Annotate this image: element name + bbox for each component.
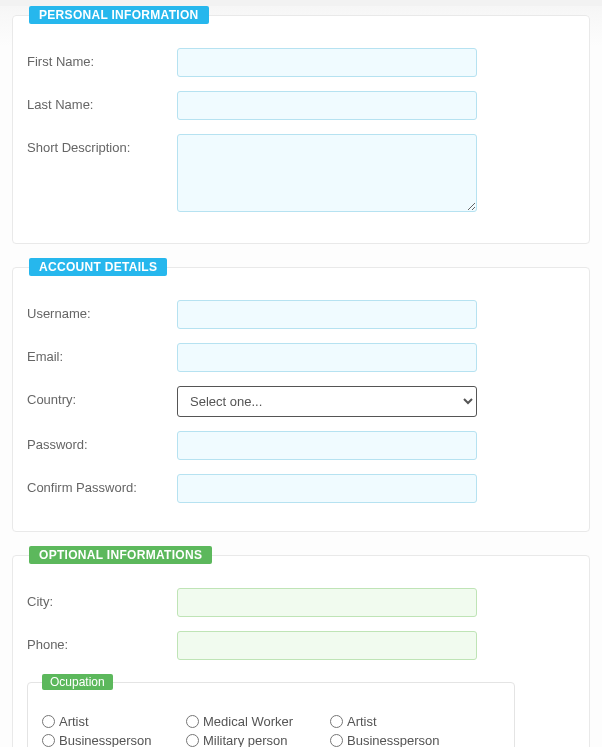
short-desc-textarea[interactable] bbox=[177, 134, 477, 212]
label-username: Username: bbox=[27, 300, 177, 321]
occupation-radio[interactable] bbox=[186, 715, 199, 728]
city-input[interactable] bbox=[177, 588, 477, 617]
occupation-group: Ocupation Artist Businessperson Factory … bbox=[27, 674, 515, 747]
occupation-radio[interactable] bbox=[330, 734, 343, 747]
label-password: Password: bbox=[27, 431, 177, 452]
username-input[interactable] bbox=[177, 300, 477, 329]
occupation-option[interactable]: Businessperson bbox=[330, 731, 500, 747]
occupation-radio[interactable] bbox=[42, 734, 55, 747]
row-city: City: bbox=[27, 588, 575, 617]
phone-input[interactable] bbox=[177, 631, 477, 660]
label-phone: Phone: bbox=[27, 631, 177, 652]
row-phone: Phone: bbox=[27, 631, 575, 660]
occupation-option[interactable]: Military person bbox=[186, 731, 314, 747]
occupation-col-2: Medical Worker Military person Political… bbox=[186, 712, 314, 747]
occupation-radio[interactable] bbox=[42, 715, 55, 728]
label-email: Email: bbox=[27, 343, 177, 364]
confirm-password-input[interactable] bbox=[177, 474, 477, 503]
occupation-col-1: Artist Businessperson Factory worker Eng… bbox=[42, 712, 170, 747]
label-confirm-password: Confirm Password: bbox=[27, 474, 177, 495]
heading-personal: Personal Information bbox=[29, 6, 209, 24]
label-city: City: bbox=[27, 588, 177, 609]
label-last-name: Last Name: bbox=[27, 91, 177, 112]
occupation-option[interactable]: Businessperson bbox=[42, 731, 170, 747]
country-select[interactable]: Select one... bbox=[177, 386, 477, 417]
label-first-name: First Name: bbox=[27, 48, 177, 69]
heading-optional: Optional Informations bbox=[29, 546, 212, 564]
registration-form-page: Personal Information First Name: Last Na… bbox=[0, 6, 602, 747]
occupation-radio[interactable] bbox=[186, 734, 199, 747]
row-short-desc: Short Description: bbox=[27, 134, 575, 215]
password-input[interactable] bbox=[177, 431, 477, 460]
occupation-option[interactable]: Medical Worker bbox=[186, 712, 314, 731]
occupation-option[interactable]: Artist bbox=[330, 712, 500, 731]
row-confirm-password: Confirm Password: bbox=[27, 474, 575, 503]
last-name-input[interactable] bbox=[177, 91, 477, 120]
occupation-option[interactable]: Artist bbox=[42, 712, 170, 731]
section-optional: Optional Informations City: Phone: Ocupa… bbox=[12, 546, 590, 747]
row-username: Username: bbox=[27, 300, 575, 329]
heading-account: Account Details bbox=[29, 258, 167, 276]
occupation-heading: Ocupation bbox=[42, 674, 113, 690]
row-last-name: Last Name: bbox=[27, 91, 575, 120]
row-first-name: First Name: bbox=[27, 48, 575, 77]
occupation-columns: Artist Businessperson Factory worker Eng… bbox=[42, 712, 500, 747]
label-country: Country: bbox=[27, 386, 177, 407]
email-input[interactable] bbox=[177, 343, 477, 372]
row-email: Email: bbox=[27, 343, 575, 372]
row-password: Password: bbox=[27, 431, 575, 460]
occupation-col-3: Artist Businessperson Founder or adminis… bbox=[330, 712, 500, 747]
section-account: Account Details Username: Email: Country… bbox=[12, 258, 590, 532]
section-personal: Personal Information First Name: Last Na… bbox=[12, 6, 590, 244]
first-name-input[interactable] bbox=[177, 48, 477, 77]
label-short-desc: Short Description: bbox=[27, 134, 177, 155]
occupation-radio[interactable] bbox=[330, 715, 343, 728]
row-country: Country: Select one... bbox=[27, 386, 575, 417]
